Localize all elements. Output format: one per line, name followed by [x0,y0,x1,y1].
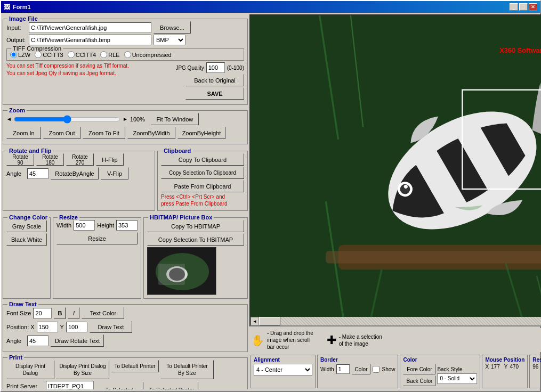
mouse-position-panel: Mouse Position X 177 Y 470 [482,355,528,388]
print-label: Print [7,354,24,361]
border-show-label: Show [382,366,395,372]
title-bar: 🖼 Form1 _ □ ✕ [1,1,540,13]
zoom-in-button[interactable]: Zoom In [6,127,41,139]
border-color-button[interactable]: Color [352,364,371,374]
zoom-out-button[interactable]: Zoom Out [43,127,80,139]
zoom-percent: 100% [130,116,149,123]
position-x-label: Position: X [6,324,35,330]
info-text-1: You can set Tiff compression if saving a… [6,62,129,70]
tiff-ccitt4-radio[interactable] [68,51,75,58]
font-size-label: Font Size [6,310,31,316]
image-file-group: Image File Input: C:\TiffViewer\General\… [3,19,248,105]
display-print-dialog-by-size-button[interactable]: Display Print DialogBy Size [56,360,109,379]
print-group: Print Display PrintDialog Display Print … [3,357,248,389]
copy-to-hbitmap-button[interactable]: Copy To HBITMAP [147,220,244,232]
width-input[interactable] [74,220,95,231]
angle-input[interactable] [27,168,49,179]
paste-from-clipboard-button[interactable]: Paste From Clipboard [161,180,244,192]
horizontal-scrollbar[interactable]: ◄ ► [251,317,541,325]
font-size-input[interactable] [33,308,52,318]
fit-to-window-button[interactable]: Fit To Window [151,113,199,125]
zoom-to-fit-button[interactable]: Zoom To Fit [83,127,125,139]
hand-cursor-desc: - Drag and drop theimage when scrollbar … [267,330,313,350]
gray-scale-button[interactable]: Gray Scale [6,220,47,232]
alignment-select[interactable]: 4 - Center 0 - Left 1 - Right 2 - Top 3 … [254,364,312,375]
scroll-right-icon[interactable]: ► [123,116,128,122]
rotate270-button[interactable]: Rotate270 [66,153,94,166]
draw-rotate-text-button[interactable]: Draw Rotate Text [51,334,104,347]
to-selected-printer-by-size-button[interactable]: To Selected PrinterBy Size [145,382,198,389]
output-path[interactable]: C:\TiffViewer\General\fish.bmp [29,35,151,45]
draw-text-group: Draw Text Font Size B I Text Color Posit… [3,304,248,352]
copy-selection-clipboard-button[interactable]: Copy Selection To Clipboard [161,167,244,179]
tiff-ccitt3-radio[interactable] [35,51,42,58]
draw-text-label: Draw Text [7,301,38,307]
display-print-dialog-button[interactable]: Display PrintDialog [6,360,54,379]
border-width-label: Width [320,366,334,372]
height-input[interactable] [116,220,138,231]
maximize-button[interactable]: □ [519,3,528,11]
draw-angle-input[interactable] [27,336,49,346]
save-button[interactable]: SAVE [185,87,244,100]
back-style-label: Back Style [437,366,477,372]
zoom-slider[interactable] [14,115,120,124]
to-default-printer-by-size-button[interactable]: To Default PrinterBy Size [160,360,214,379]
vflip-button[interactable]: V-Flip [101,167,128,179]
position-x-input[interactable] [37,322,58,332]
clipboard-hint: Press <Ctrl> <Prt Scr> andpress Paste Fr… [161,193,244,207]
draw-text-button[interactable]: Draw Text [90,321,132,333]
position-y-input[interactable] [66,322,87,332]
svg-rect-4 [158,264,185,285]
browse-button[interactable]: Browse... [154,21,191,34]
border-width-input[interactable] [336,364,350,374]
border-show-checkbox[interactable] [373,366,379,373]
alignment-title: Alignment [254,357,312,363]
back-color-button[interactable]: Back Color [403,375,435,386]
italic-button[interactable]: I [68,307,79,319]
rotate90-button[interactable]: Rotate90 [6,153,34,166]
rotate-flip-label: Rotate and Flip [7,148,53,154]
resize-button[interactable]: Resize [56,232,138,244]
back-style-select[interactable]: 0 - Solid 1 - Transparent [437,373,477,384]
to-selected-printer-button[interactable]: To SelectedPrinter [95,382,143,389]
tiff-lzw-radio[interactable] [10,51,17,58]
close-button[interactable]: ✕ [529,3,537,11]
crosshair-cursor-icon[interactable]: ✚ [327,333,336,347]
print-server-input[interactable] [46,381,94,389]
rotate180-button[interactable]: Rotate180 [36,153,64,166]
tiff-rle-radio[interactable] [100,51,107,58]
to-default-printer-button[interactable]: To Default Printer [111,360,159,372]
change-color-group: Change Color Gray Scale Black White [3,217,51,299]
zoom-by-height-button[interactable]: ZoomByHeight [177,127,225,139]
main-window: 🖼 Form1 _ □ ✕ Image File Input: C:\TiffV… [0,0,541,392]
jpg-quality-input[interactable] [206,62,225,73]
info-text-2: You can set Jpeg Qty if saving as Jpeg f… [6,70,129,77]
black-white-button[interactable]: Black White [6,233,47,246]
input-path[interactable]: C:\TiffViewer\General\fish.jpg [29,22,151,33]
back-to-original-button[interactable]: Back to Original [185,74,244,86]
rotate-by-angle-button[interactable]: RotateByAngle [51,167,99,179]
bottom-info-panels: Alignment 4 - Center 0 - Left 1 - Right … [249,354,541,389]
tiff-uncompressed-radio[interactable] [124,51,131,58]
zoom-by-width-button[interactable]: ZoomByWidth [127,127,175,139]
hbitmap-group: HBITMAP/ Picture Box Copy To HBITMAP Cop… [143,217,248,299]
fore-color-button[interactable]: Fore Color [403,364,435,374]
copy-to-clipboard-button[interactable]: Copy To Clipboard [161,153,244,166]
minimize-button[interactable]: _ [510,3,518,11]
resize-group: Resize Width Height Resize [53,217,141,299]
rotate-flip-group: Rotate and Flip Rotate90 Rotate180 Rotat… [3,151,155,211]
resolution-title: Resolution (dpi) [532,357,541,363]
mouse-position-title: Mouse Position [485,357,524,363]
scroll-left-icon[interactable]: ◄ [6,116,12,122]
format-select[interactable]: BMP JPG PNG TIFF [154,35,185,45]
scrollbar-left-button[interactable]: ◄ [251,317,259,325]
title-controls: _ □ ✕ [510,3,537,11]
bold-button[interactable]: B [54,307,66,319]
copy-selection-hbitmap-button[interactable]: Copy Selection To HBITMAP [147,233,244,246]
hflip-button[interactable]: H-Flip [96,153,124,166]
text-color-button[interactable]: Text Color [82,307,124,319]
image-file-label: Image File [7,15,39,22]
hand-cursor-icon[interactable]: ✋ [251,334,264,347]
angle-label: Angle [6,170,25,177]
mouse-y-value: 470 [510,364,519,370]
